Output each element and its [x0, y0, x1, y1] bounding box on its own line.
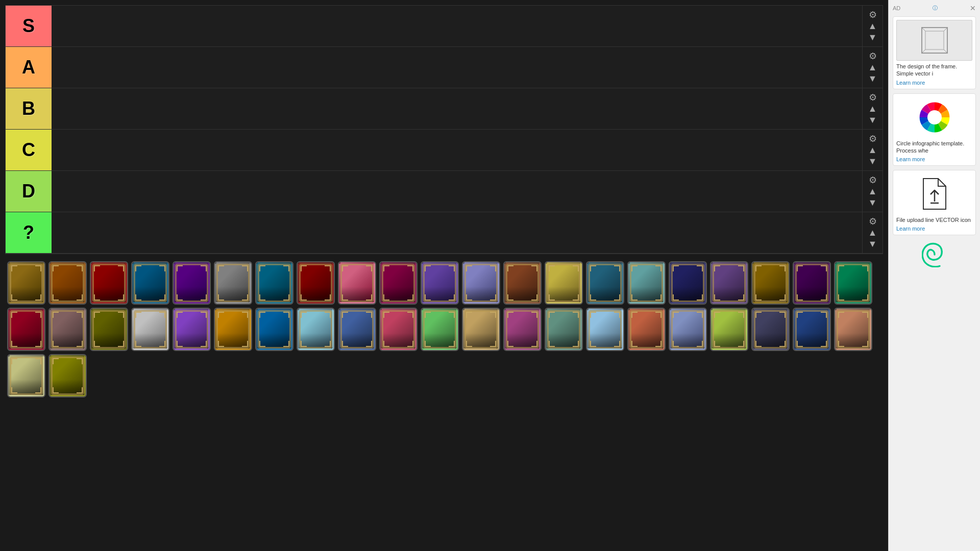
character-card[interactable] — [379, 308, 418, 351]
tier-label-s: S — [6, 6, 52, 46]
character-card[interactable] — [173, 308, 211, 351]
character-card[interactable] — [710, 308, 748, 351]
character-card[interactable] — [131, 308, 169, 351]
character-card[interactable] — [462, 308, 500, 351]
ad-learn-more-3[interactable]: Learn more — [896, 226, 972, 232]
color-wheel-icon — [917, 99, 952, 135]
ad-item-2: Circle infographic template. Process whe… — [893, 93, 976, 166]
tier-row-a: A⚙▲▼ — [6, 47, 883, 88]
tier-content-b[interactable] — [52, 88, 862, 129]
character-card[interactable] — [7, 261, 45, 305]
character-card[interactable] — [586, 261, 624, 305]
arrow-up-d[interactable]: ▲ — [868, 187, 877, 196]
character-card[interactable] — [7, 354, 45, 397]
ad-item-3: File upload line VECTOR icon Learn more — [893, 170, 976, 235]
arrow-down-q[interactable]: ▼ — [868, 239, 877, 248]
character-card[interactable] — [669, 261, 707, 305]
character-card[interactable] — [751, 308, 790, 351]
gear-icon-d[interactable]: ⚙ — [869, 176, 877, 185]
gear-icon-a[interactable]: ⚙ — [869, 52, 877, 61]
character-card[interactable] — [793, 308, 831, 351]
character-card[interactable] — [751, 261, 790, 305]
character-card[interactable] — [338, 308, 376, 351]
arrow-up-b[interactable]: ▲ — [868, 104, 877, 113]
tier-content-q[interactable] — [52, 212, 862, 253]
character-card[interactable] — [297, 308, 335, 351]
svg-line-3 — [944, 28, 947, 31]
tier-content-s[interactable] — [52, 6, 862, 46]
character-card[interactable] — [834, 261, 872, 305]
character-card[interactable] — [421, 308, 459, 351]
character-card[interactable] — [545, 261, 583, 305]
gear-icon-b[interactable]: ⚙ — [869, 93, 877, 102]
tier-label-c: C — [6, 130, 52, 170]
tier-content-c[interactable] — [52, 130, 862, 170]
character-card[interactable] — [462, 261, 500, 305]
character-card[interactable] — [379, 261, 418, 305]
character-card[interactable] — [586, 308, 624, 351]
tier-label-d: D — [6, 171, 52, 212]
tier-label-q: ? — [6, 212, 52, 253]
gear-icon-q[interactable]: ⚙ — [869, 217, 877, 226]
character-card[interactable] — [48, 354, 87, 397]
tier-controls-q: ⚙▲▼ — [862, 212, 883, 253]
ad-learn-more-2[interactable]: Learn more — [896, 156, 972, 162]
character-card[interactable] — [338, 261, 376, 305]
character-card[interactable] — [627, 308, 666, 351]
ad-title-1: The design of the frame. Simple vector i — [896, 63, 972, 78]
arrow-down-a[interactable]: ▼ — [868, 74, 877, 83]
ad-close-icon[interactable]: ✕ — [970, 4, 976, 12]
ad-image-3 — [896, 173, 972, 214]
character-card[interactable] — [131, 261, 169, 305]
character-card[interactable] — [48, 261, 87, 305]
character-card[interactable] — [297, 261, 335, 305]
arrow-down-c[interactable]: ▼ — [868, 157, 877, 166]
spiral-icon — [922, 242, 947, 267]
character-card[interactable] — [90, 308, 128, 351]
ad-title-3: File upload line VECTOR icon — [896, 216, 972, 223]
svg-rect-1 — [925, 31, 944, 49]
arrow-down-b[interactable]: ▼ — [868, 115, 877, 124]
svg-line-4 — [922, 49, 925, 53]
character-card[interactable] — [255, 261, 293, 305]
character-card[interactable] — [214, 261, 252, 305]
character-card[interactable] — [421, 261, 459, 305]
character-card[interactable] — [503, 261, 542, 305]
arrow-up-c[interactable]: ▲ — [868, 145, 877, 155]
ad-info-icon[interactable]: ⓘ — [933, 5, 938, 12]
arrow-up-a[interactable]: ▲ — [868, 63, 877, 72]
character-card[interactable] — [710, 261, 748, 305]
character-card[interactable] — [173, 261, 211, 305]
arrow-up-q[interactable]: ▲ — [868, 228, 877, 237]
ad-title-2: Circle infographic template. Process whe — [896, 140, 972, 155]
arrow-down-d[interactable]: ▼ — [868, 198, 877, 207]
svg-line-2 — [922, 28, 925, 31]
character-card[interactable] — [255, 308, 293, 351]
character-card[interactable] — [793, 261, 831, 305]
tier-row-d: D⚙▲▼ — [6, 171, 883, 212]
arrow-down-s[interactable]: ▼ — [868, 33, 877, 42]
character-card[interactable] — [545, 308, 583, 351]
tier-content-a[interactable] — [52, 47, 862, 88]
character-card[interactable] — [503, 308, 542, 351]
character-card[interactable] — [90, 261, 128, 305]
character-card[interactable] — [48, 308, 87, 351]
gear-icon-c[interactable]: ⚙ — [869, 134, 877, 143]
tier-label-b: B — [6, 88, 52, 129]
character-card[interactable] — [627, 261, 666, 305]
tier-row-q: ?⚙▲▼ — [6, 212, 883, 254]
svg-point-6 — [927, 110, 942, 124]
character-card[interactable] — [214, 308, 252, 351]
tier-label-a: A — [6, 47, 52, 88]
character-card[interactable] — [834, 308, 872, 351]
ad-learn-more-1[interactable]: Learn more — [896, 80, 972, 86]
ad-spiral — [893, 239, 976, 270]
character-card[interactable] — [669, 308, 707, 351]
tier-row-b: B⚙▲▼ — [6, 88, 883, 130]
tier-content-d[interactable] — [52, 171, 862, 212]
tier-controls-c: ⚙▲▼ — [862, 130, 883, 170]
character-card[interactable] — [7, 308, 45, 351]
arrow-up-s[interactable]: ▲ — [868, 21, 877, 31]
gear-icon-s[interactable]: ⚙ — [869, 10, 877, 19]
tier-row-s: S⚙▲▼ — [6, 6, 883, 47]
